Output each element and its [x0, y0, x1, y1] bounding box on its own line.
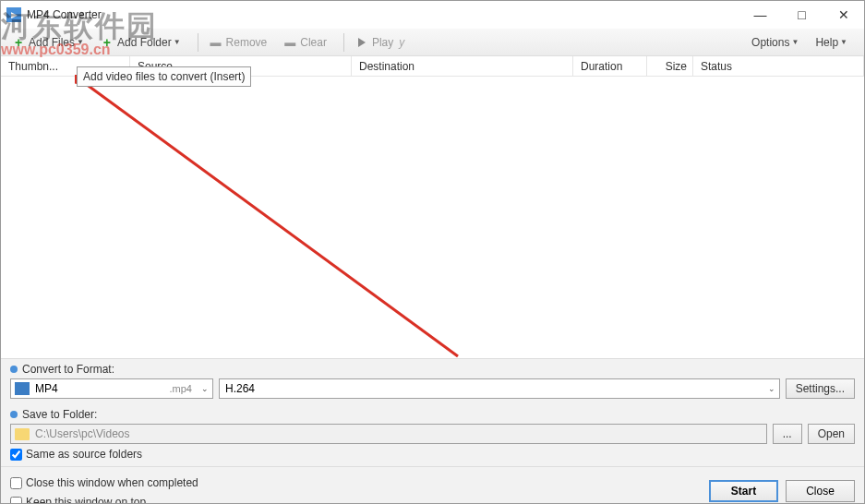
- chevron-down-icon: ▼: [77, 38, 84, 46]
- chevron-down-icon: ▼: [174, 38, 181, 46]
- add-folder-label: Add Folder: [117, 36, 172, 49]
- open-folder-button[interactable]: Open: [808, 424, 855, 444]
- close-when-done-checkbox[interactable]: Close this window when completed: [10, 476, 198, 489]
- codec-select[interactable]: H.264 ⌄: [219, 378, 780, 399]
- options-button[interactable]: Options ▼: [746, 34, 804, 51]
- bullet-icon: [10, 366, 18, 373]
- titlebar: ▶ MP4 Converter — □ ✕: [1, 1, 864, 29]
- settings-button[interactable]: Settings...: [786, 378, 855, 399]
- bullet-icon: [10, 411, 18, 418]
- clear-label: Clear: [300, 36, 327, 49]
- same-source-checkbox[interactable]: Same as source folders: [10, 448, 855, 461]
- format-select[interactable]: MP4 .mp4 ⌄: [10, 378, 213, 399]
- keep-on-top-checkbox[interactable]: Keep this window on top: [10, 496, 198, 504]
- remove-button[interactable]: ▬ Remove: [204, 34, 273, 51]
- maximize-button[interactable]: □: [781, 1, 823, 29]
- convert-label: Convert to Format:: [10, 363, 855, 376]
- help-button[interactable]: Help ▼: [810, 34, 853, 51]
- add-files-label: Add Files: [29, 36, 75, 49]
- play-label: Play: [372, 36, 393, 49]
- format-value: MP4: [35, 382, 58, 395]
- file-list[interactable]: [1, 77, 864, 358]
- chevron-down-icon: ⌄: [201, 384, 209, 393]
- add-files-button[interactable]: + Add Files ▼: [6, 34, 90, 51]
- col-duration[interactable]: Duration: [573, 56, 647, 76]
- chevron-down-icon: ⌄: [768, 384, 775, 393]
- footer: Close this window when completed Keep th…: [1, 466, 864, 504]
- save-folder-input[interactable]: C:\Users\pc\Videos: [10, 424, 767, 444]
- options-label: Options: [751, 36, 789, 49]
- keep-on-top-input[interactable]: [10, 497, 22, 505]
- chevron-down-icon: ▼: [840, 38, 847, 46]
- add-folder-button[interactable]: + Add Folder ▼: [95, 34, 186, 51]
- minus-icon: ▬: [210, 36, 222, 49]
- help-label: Help: [815, 36, 838, 49]
- play-icon: [355, 36, 368, 49]
- plus-folder-icon: +: [101, 36, 114, 49]
- format-icon: [15, 382, 30, 395]
- col-destination[interactable]: Destination: [352, 56, 573, 76]
- app-icon: ▶: [6, 7, 21, 22]
- bottom-panel: Convert to Format: MP4 .mp4 ⌄ H.264 ⌄ Se…: [1, 358, 864, 504]
- separator: [343, 33, 344, 52]
- same-source-input[interactable]: [10, 449, 22, 461]
- folder-icon: [15, 428, 30, 440]
- clear-icon: ▬: [283, 36, 296, 49]
- plus-icon: +: [12, 36, 25, 49]
- save-label: Save to Folder:: [10, 408, 855, 421]
- toolbar: + Add Files ▼ + Add Folder ▼ ▬ Remove ▬ …: [1, 29, 864, 56]
- close-when-done-input[interactable]: [10, 477, 22, 489]
- remove-label: Remove: [226, 36, 268, 49]
- minimize-button[interactable]: —: [739, 1, 781, 29]
- close-window-button[interactable]: Close: [786, 480, 855, 502]
- play-button[interactable]: Play y: [350, 34, 410, 51]
- col-size[interactable]: Size: [647, 56, 693, 76]
- chevron-down-icon: ▼: [791, 38, 799, 46]
- close-button[interactable]: ✕: [823, 1, 864, 29]
- window-title: MP4 Converter: [27, 8, 739, 21]
- format-ext: .mp4: [170, 383, 192, 394]
- col-status[interactable]: Status: [693, 56, 864, 76]
- tooltip: Add video files to convert (Insert): [77, 66, 251, 87]
- save-path: C:\Users\pc\Videos: [35, 427, 130, 440]
- play-suffix: y: [399, 36, 404, 49]
- browse-button[interactable]: ...: [773, 424, 802, 444]
- clear-button[interactable]: ▬ Clear: [278, 34, 332, 51]
- start-button[interactable]: Start: [709, 480, 778, 502]
- separator: [198, 33, 198, 52]
- codec-value: H.264: [225, 382, 255, 395]
